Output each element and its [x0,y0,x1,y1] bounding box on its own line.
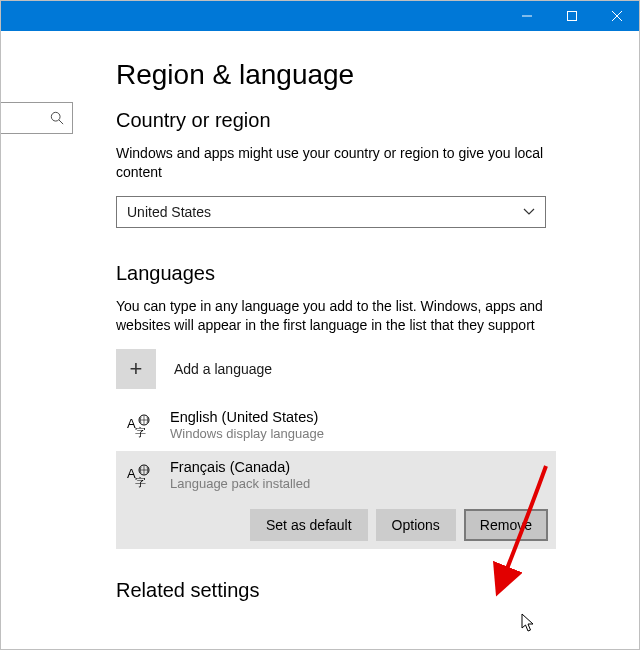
svg-rect-1 [567,12,576,21]
search-input[interactable] [1,102,73,134]
add-language-label: Add a language [174,361,272,377]
language-status: Language pack installed [170,476,310,493]
minimize-button[interactable] [504,1,549,31]
add-language-button[interactable]: + Add a language [116,349,556,389]
language-a-icon: A字 [122,461,154,493]
svg-text:字: 字 [135,426,146,438]
language-name: Français (Canada) [170,459,310,476]
chevron-down-icon [523,206,535,218]
svg-point-4 [51,112,60,121]
remove-button[interactable]: Remove [464,509,548,541]
svg-text:字: 字 [135,476,146,488]
search-icon [50,111,64,125]
related-settings-heading: Related settings [116,579,556,602]
language-row[interactable]: A字 English (United States) Windows displ… [116,401,556,451]
country-heading: Country or region [116,109,556,132]
language-name: English (United States) [170,409,324,426]
mouse-cursor-icon [521,613,537,633]
svg-line-5 [59,120,63,124]
language-row-selected[interactable]: A字 Français (Canada) Language pack insta… [116,451,556,549]
window-titlebar [1,1,639,31]
country-dropdown[interactable]: United States [116,196,546,228]
country-selected: United States [127,204,211,220]
languages-desc: You can type in any language you add to … [116,297,556,335]
language-status: Windows display language [170,426,324,443]
close-button[interactable] [594,1,639,31]
page-title: Region & language [116,59,556,91]
languages-heading: Languages [116,262,556,285]
maximize-button[interactable] [549,1,594,31]
country-desc: Windows and apps might use your country … [116,144,556,182]
language-a-icon: A字 [122,411,154,443]
options-button[interactable]: Options [376,509,456,541]
plus-icon: + [116,349,156,389]
set-default-button[interactable]: Set as default [250,509,368,541]
